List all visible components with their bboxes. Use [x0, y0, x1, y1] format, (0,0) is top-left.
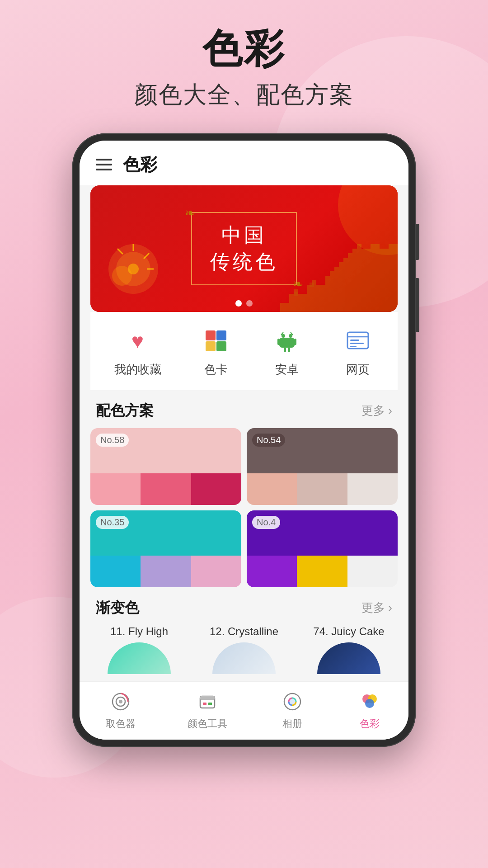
- palette-number-4: No.4: [252, 516, 280, 529]
- svg-rect-10: [206, 330, 216, 340]
- banner-text-box: 中国 传统色: [191, 212, 297, 285]
- gradient-label-fly-high: 11. Fly High: [110, 625, 168, 638]
- bottom-nav: 取色器 颜色工具: [80, 681, 408, 740]
- palette-card-35[interactable]: No.35: [90, 510, 241, 587]
- svg-point-15: [289, 334, 292, 338]
- palette-card-58[interactable]: No.58: [90, 428, 241, 505]
- gradient-more-button[interactable]: 更多 ›: [361, 600, 392, 616]
- gradient-label-crystalline: 12. Crystalline: [210, 625, 278, 638]
- app-screen: 色彩: [80, 141, 408, 740]
- svg-point-14: [282, 334, 285, 338]
- svg-rect-27: [350, 346, 357, 347]
- gradient-section-title: 渐变色: [96, 598, 139, 618]
- web-label: 网页: [346, 362, 370, 377]
- svg-point-39: [365, 699, 374, 708]
- android-icon: [271, 325, 303, 357]
- nav-item-android[interactable]: 安卓: [271, 325, 303, 377]
- banner[interactable]: 中国 传统色: [90, 185, 398, 312]
- dot-1[interactable]: [235, 300, 242, 307]
- bottom-nav-color-tools[interactable]: 颜色工具: [188, 689, 227, 731]
- cards-label: 色卡: [204, 362, 228, 377]
- bottom-nav-label-colors: 色彩: [360, 717, 380, 731]
- cards-icon: [200, 325, 232, 357]
- gradient-circle-juicy-cake: [317, 642, 380, 674]
- quick-nav: ♥ 我的收藏 色卡: [90, 312, 398, 390]
- gradient-label-juicy-cake: 74. Juicy Cake: [313, 625, 384, 638]
- svg-rect-25: [350, 340, 359, 341]
- svg-rect-13: [216, 341, 226, 351]
- svg-rect-11: [216, 330, 226, 340]
- svg-rect-32: [200, 696, 215, 700]
- bottom-nav-album[interactable]: 相册: [280, 689, 305, 731]
- svg-rect-16: [279, 338, 295, 348]
- web-icon: [342, 325, 374, 357]
- favorites-icon: ♥: [122, 325, 154, 357]
- svg-rect-17: [277, 339, 280, 345]
- gradient-item-fly-high[interactable]: 11. Fly High: [90, 625, 188, 674]
- bottom-nav-color-picker[interactable]: 取色器: [106, 689, 136, 731]
- bottom-nav-colors[interactable]: 色彩: [357, 689, 382, 731]
- banner-wall-decoration: [280, 222, 398, 312]
- palette-grid: No.58 No.54: [80, 428, 408, 587]
- album-icon: [280, 689, 305, 714]
- colors-icon: [357, 689, 382, 714]
- svg-rect-18: [294, 339, 296, 345]
- svg-rect-8: [294, 292, 298, 296]
- top-bar-title: 色彩: [123, 153, 157, 176]
- svg-rect-12: [206, 341, 216, 351]
- palette-section-header: 配色方案 更多 ›: [80, 390, 408, 428]
- page-header: 色彩 颜色大全、配色方案: [134, 27, 354, 111]
- bottom-nav-label-picker: 取色器: [106, 717, 136, 731]
- page-subtitle: 颜色大全、配色方案: [134, 79, 354, 111]
- nav-item-cards[interactable]: 色卡: [200, 325, 232, 377]
- banner-line2: 传统色: [210, 249, 278, 275]
- dot-2[interactable]: [246, 300, 253, 307]
- gradient-circle-fly-high: [108, 642, 171, 674]
- svg-rect-9: [310, 283, 314, 287]
- palette-card-54[interactable]: No.54: [247, 428, 398, 505]
- palette-more-button[interactable]: 更多 ›: [361, 403, 392, 419]
- gradient-section-header: 渐变色 更多 ›: [80, 587, 408, 625]
- svg-rect-26: [350, 343, 364, 344]
- color-tools-icon: [195, 689, 220, 714]
- banner-dots: [235, 300, 253, 307]
- svg-point-30: [119, 700, 122, 703]
- banner-firework-decoration: [104, 240, 163, 298]
- svg-point-7: [128, 264, 139, 274]
- palette-card-4[interactable]: No.4: [247, 510, 398, 587]
- svg-rect-19: [284, 348, 286, 352]
- page-title: 色彩: [134, 27, 354, 71]
- gradient-item-juicy-cake[interactable]: 74. Juicy Cake: [300, 625, 398, 674]
- gradient-circle-crystalline: [212, 642, 276, 674]
- palette-swatches-35: [90, 556, 241, 587]
- palette-swatches-54: [247, 473, 398, 505]
- bottom-nav-label-tools: 颜色工具: [188, 717, 227, 731]
- phone-shell: 色彩: [72, 133, 416, 747]
- favorites-label: 我的收藏: [114, 362, 161, 377]
- svg-rect-20: [288, 348, 290, 352]
- android-label: 安卓: [275, 362, 299, 377]
- svg-rect-33: [203, 703, 206, 705]
- svg-rect-34: [208, 703, 212, 705]
- palette-swatches-58: [90, 473, 241, 505]
- palette-number-35: No.35: [96, 516, 129, 529]
- bottom-nav-label-album: 相册: [282, 717, 302, 731]
- palette-section-title: 配色方案: [96, 401, 154, 421]
- gradient-items: 11. Fly High 12. Crystalline 74. Juicy C…: [90, 625, 398, 674]
- gradient-item-crystalline[interactable]: 12. Crystalline: [195, 625, 293, 674]
- phone-inner: 色彩: [80, 141, 408, 740]
- palette-number-54: No.54: [252, 434, 285, 447]
- palette-number-58: No.58: [96, 434, 129, 447]
- color-picker-icon: [108, 689, 133, 714]
- nav-item-web[interactable]: 网页: [342, 325, 374, 377]
- gradient-section: 11. Fly High 12. Crystalline 74. Juicy C…: [80, 625, 408, 681]
- top-bar: 色彩: [80, 141, 408, 185]
- nav-item-favorites[interactable]: ♥ 我的收藏: [114, 325, 161, 377]
- palette-swatches-4: [247, 556, 398, 587]
- banner-line1: 中国: [210, 222, 278, 249]
- menu-icon[interactable]: [96, 159, 112, 170]
